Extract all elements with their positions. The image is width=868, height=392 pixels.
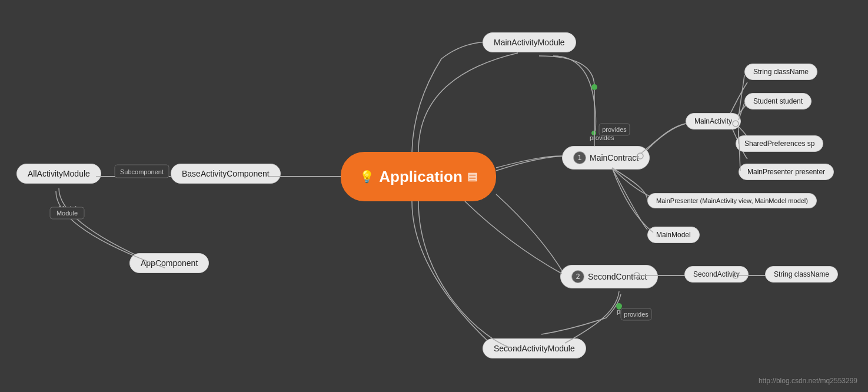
connector-dot-1: [591, 131, 596, 135]
main-model-node[interactable]: MainModel: [647, 227, 700, 243]
all-activity-module-node[interactable]: AllActivityModule: [16, 164, 101, 184]
second-activity-node[interactable]: SecondActivity: [684, 266, 749, 283]
main-contract-label: MainContract: [590, 153, 638, 162]
student-student-label: Student student: [753, 97, 803, 105]
shared-preferences-sp-node[interactable]: SharedPreferences sp: [736, 135, 823, 152]
main-activity-module-label: MainActivityModule: [494, 38, 565, 47]
string-class-name-1-node[interactable]: String className: [744, 64, 817, 80]
svg-rect-7: [599, 124, 630, 135]
main-presenter-presenter-node[interactable]: MainPresenter presenter: [739, 164, 834, 180]
all-activity-module-label: AllActivityModule: [28, 169, 90, 178]
main-activity-module-node[interactable]: MainActivityModule: [483, 32, 576, 52]
svg-line-12: [739, 75, 744, 117]
app-component-node[interactable]: AppComponent: [129, 253, 209, 273]
second-contract-label: SecondContract: [588, 272, 647, 281]
main-model-label: MainModel: [656, 231, 691, 239]
module-label: Module: [59, 205, 80, 212]
shared-preferences-sp-label: SharedPreferences sp: [744, 139, 814, 148]
second-activity-module-node[interactable]: SecondActivityModule: [483, 338, 586, 358]
application-node[interactable]: 💡 Application ▤: [341, 152, 496, 201]
string-class-name-2-node[interactable]: String className: [765, 266, 838, 283]
subcomponent-label: Subcomponent: [117, 165, 160, 172]
app-component-label: AppComponent: [141, 258, 198, 268]
svg-point-9: [591, 84, 597, 90]
connector-dot-2: [617, 305, 621, 310]
main-contract-node[interactable]: 1 MainContract: [562, 146, 650, 170]
doc-icon: ▤: [467, 170, 477, 183]
diagram-container: 💡 Application ▤ MainActivityModule provi…: [0, 0, 868, 392]
string-class-name-1-label: String className: [753, 68, 809, 76]
string-class-name-2-label: String className: [774, 270, 829, 278]
second-contract-node[interactable]: 2 SecondContract: [560, 265, 658, 288]
application-label: Application: [379, 168, 463, 186]
svg-text:provides: provides: [602, 126, 627, 133]
main-presenter-constructor-label: MainPresenter (MainActivity view, MainMo…: [656, 197, 808, 204]
main-activity-node[interactable]: MainActivity: [686, 113, 741, 129]
base-activity-component-label: BaseActivityComponent: [182, 169, 270, 178]
second-activity-label: SecondActivity: [693, 270, 740, 278]
watermark: http://blog.csdn.net/mq2553299: [759, 377, 857, 385]
second-activity-module-label: SecondActivityModule: [494, 344, 575, 353]
bulb-icon: 💡: [360, 170, 374, 184]
second-contract-badge: 2: [571, 270, 584, 283]
base-activity-component-node[interactable]: BaseActivityComponent: [171, 164, 281, 184]
main-activity-label: MainActivity: [694, 117, 732, 125]
main-presenter-presenter-label: MainPresenter presenter: [747, 168, 825, 176]
student-student-node[interactable]: Student student: [744, 93, 812, 109]
main-presenter-constructor-node[interactable]: MainPresenter (MainActivity view, MainMo…: [647, 193, 817, 208]
main-contract-badge: 1: [573, 151, 586, 164]
